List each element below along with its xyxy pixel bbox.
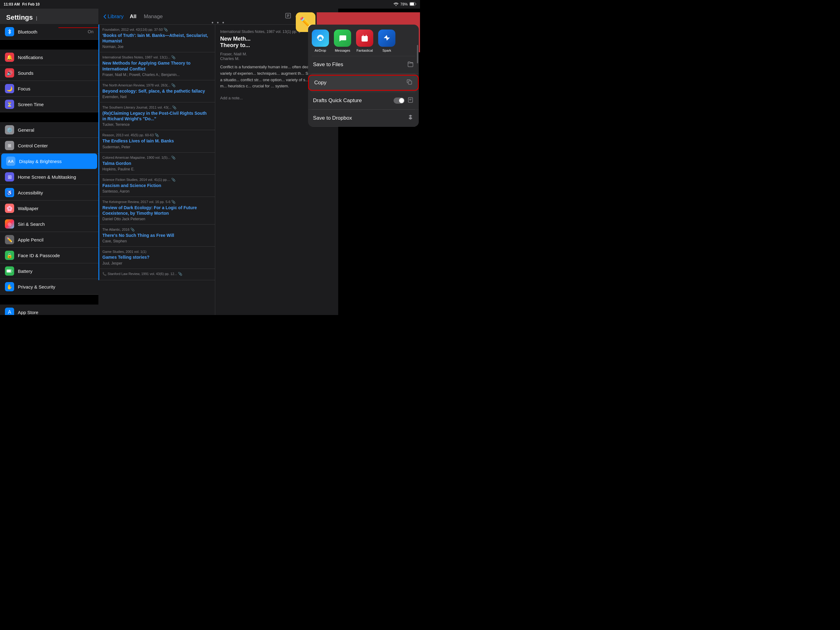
settings-item-homescreen[interactable]: ⊞ Home Screen & Multitasking <box>0 169 98 185</box>
article-meta: International Studies Notes, 1987 vol. 1… <box>103 55 211 59</box>
article-item[interactable]: International Studies Notes, 1987 vol. 1… <box>98 52 215 80</box>
controlcenter-icon: ⊞ <box>5 141 14 150</box>
article-item[interactable]: The Atlantic, 2016 📎 There's No Such Thi… <box>98 225 215 247</box>
article-item[interactable]: Game Studies, 2001 vol. 1(1) Games Telli… <box>98 247 215 269</box>
controlcenter-label: Control Center <box>18 143 93 148</box>
share-scroll-indicator <box>417 45 418 63</box>
settings-item-siri[interactable]: ◎ Siri & Search <box>0 216 98 232</box>
drafts-toggle <box>393 98 405 104</box>
faceid-icon: 🔒 <box>5 251 14 260</box>
sounds-label: Sounds <box>18 70 93 76</box>
library-tabs: All Manage <box>130 12 285 21</box>
spark-app-icon <box>378 30 395 47</box>
share-action-copy[interactable]: Copy <box>309 74 418 91</box>
status-bar: 11:03 AM Fri Feb 10 78% <box>0 0 420 9</box>
sounds-icon: 🔊 <box>5 68 14 78</box>
accessibility-icon: ♿ <box>5 188 14 197</box>
article-meta: Reason, 2013 vol. 45(5) pp. 60-63 📎 <box>103 133 211 137</box>
article-meta: Game Studies, 2001 vol. 1(1) <box>103 250 211 253</box>
notes-icon[interactable] <box>285 12 292 21</box>
airdrop-label: AirDrop <box>314 49 326 52</box>
share-action-dropbox[interactable]: Save to Dropbox <box>308 109 419 127</box>
tab-manage[interactable]: Manage <box>144 12 163 21</box>
settings-item-bluetooth[interactable]: Bluetooth On <box>0 24 98 40</box>
three-dots-menu[interactable]: • • • <box>212 20 225 26</box>
article-title: Games Telling stories? <box>103 255 211 260</box>
copy-action-container: Copy <box>308 74 419 91</box>
settings-item-privacy[interactable]: ✋ Privacy & Security <box>0 279 98 295</box>
svg-rect-2 <box>410 2 414 5</box>
library-back-button[interactable]: Library <box>103 14 123 20</box>
battery-label: Battery <box>18 269 93 274</box>
article-author: Hopkins, Pauline E. <box>103 167 211 171</box>
settings-header: Settings | <box>0 9 98 24</box>
article-meta: 📞 Stanford Law Review, 1991 vol. 43(6) p… <box>103 272 211 276</box>
article-item[interactable]: The Southern Literary Journal, 2011 vol.… <box>98 103 215 130</box>
svg-rect-8 <box>7 270 11 272</box>
share-app-fantastical[interactable]: Fantastical <box>356 30 373 52</box>
privacy-icon: ✋ <box>5 282 14 291</box>
settings-item-notifications[interactable]: 🔔 Notifications <box>0 49 98 65</box>
focus-label: Focus <box>18 86 93 91</box>
wallpaper-icon: 🌸 <box>5 204 14 213</box>
battery-settings-icon <box>5 266 14 275</box>
settings-item-battery[interactable]: Battery <box>0 263 98 279</box>
article-title: Review of Dark Ecology: For a Logic of F… <box>103 205 211 216</box>
article-title: The Endless Lives of Iain M. Banks <box>103 138 211 144</box>
bluetooth-icon <box>5 27 14 36</box>
article-items: Foundation, 2012 vol. 42(116) pp. 37-50 … <box>98 25 215 315</box>
homescreen-icon: ⊞ <box>5 172 14 182</box>
tab-all[interactable]: All <box>130 12 136 21</box>
appstore-label: App Store <box>18 310 93 315</box>
siri-label: Siri & Search <box>18 222 93 227</box>
settings-list: Bluetooth On 🔔 Notifications 🔊 Sounds 🌙 … <box>0 24 98 315</box>
article-title: There's No Such Thing as Free Will <box>103 233 211 238</box>
share-app-spark[interactable]: Spark <box>378 30 395 52</box>
copy-label: Copy <box>314 80 406 86</box>
share-action-drafts[interactable]: Drafts Quick Capture <box>308 92 419 109</box>
settings-item-general[interactable]: ⚙️ General <box>0 122 98 138</box>
bluetooth-value: On <box>88 29 93 34</box>
settings-item-screentime[interactable]: ⏳ Screen Time <box>0 97 98 112</box>
general-icon: ⚙️ <box>5 125 14 135</box>
settings-item-focus[interactable]: 🌙 Focus <box>0 81 98 97</box>
share-action-save-files[interactable]: Save to Files <box>308 56 419 73</box>
settings-item-faceid[interactable]: 🔒 Face ID & Passcode <box>0 248 98 263</box>
settings-item-display[interactable]: AA Display & Brightness <box>1 154 97 169</box>
article-item[interactable]: 📞 Stanford Law Review, 1991 vol. 43(6) p… <box>98 269 215 280</box>
article-item[interactable]: Foundation, 2012 vol. 42(116) pp. 37-50 … <box>98 25 215 52</box>
article-item[interactable]: The North American Review, 1978 vol. 263… <box>98 80 215 103</box>
section-divider-2 <box>0 112 98 122</box>
copy-action-icon <box>406 78 413 87</box>
settings-item-wallpaper[interactable]: 🌸 Wallpaper <box>0 201 98 216</box>
appstore-icon: A <box>5 308 14 315</box>
article-item[interactable]: The Kelvingrove Review, 2017 vol. 16 pp.… <box>98 197 215 225</box>
fantastical-label: Fantastical <box>356 49 373 52</box>
folder-action-icon <box>407 60 414 69</box>
settings-title-cursor: | <box>36 16 37 21</box>
section-divider-1 <box>0 40 98 49</box>
screentime-icon: ⏳ <box>5 100 14 109</box>
article-item[interactable]: Colored American Magazine, 1900 vol. 1(5… <box>98 153 215 175</box>
date: Fri Feb 10 <box>22 2 39 6</box>
bluetooth-label: Bluetooth <box>18 29 88 35</box>
settings-item-appstore[interactable]: A App Store <box>0 304 98 315</box>
dropbox-action-icon <box>407 114 414 122</box>
article-item[interactable]: Reason, 2013 vol. 45(5) pp. 60-63 📎 The … <box>98 130 215 152</box>
settings-item-controlcenter[interactable]: ⊞ Control Center <box>0 138 98 154</box>
messages-app-icon <box>334 30 351 47</box>
share-app-messages[interactable]: Messages <box>334 30 351 52</box>
svg-point-14 <box>320 39 321 40</box>
settings-item-accessibility[interactable]: ♿ Accessibility <box>0 185 98 201</box>
spark-label: Spark <box>382 49 392 52</box>
settings-item-sounds[interactable]: 🔊 Sounds <box>0 65 98 81</box>
article-title: Beyond ecology: Self, place, & the pathe… <box>103 88 211 94</box>
share-app-airdrop[interactable]: AirDrop <box>312 30 329 52</box>
article-author: Juul, Jesper <box>103 261 211 266</box>
svg-rect-19 <box>408 81 412 84</box>
svg-rect-16 <box>362 36 368 38</box>
display-label: Display & Brightness <box>19 159 92 164</box>
drafts-label: Drafts Quick Capture <box>313 98 391 104</box>
settings-item-pencil[interactable]: ✏️ Apple Pencil <box>0 232 98 248</box>
article-item[interactable]: Science Fiction Studies, 2014 vol. 41(1)… <box>98 175 215 197</box>
